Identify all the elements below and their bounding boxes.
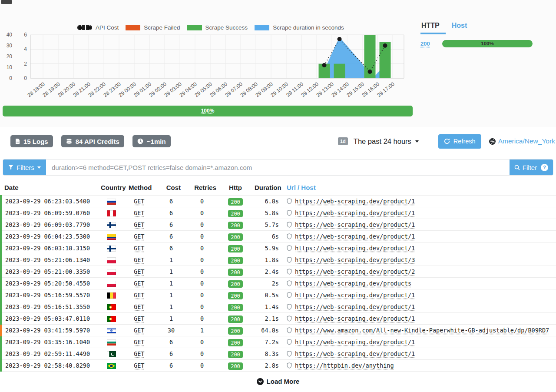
log-table-row[interactable]: 2023-09-29 03:41:59.5970 GET 30 1 200 64… <box>1 325 556 336</box>
log-http-cell: 200 <box>220 266 251 278</box>
log-table-row[interactable]: 2023-09-29 05:03:47.0110 GET 1 0 200 2.1… <box>1 313 556 325</box>
log-url-link[interactable]: https://web-scraping.dev/product/1 <box>295 339 415 345</box>
http-status-badge[interactable]: 200 <box>228 292 243 299</box>
log-table-row[interactable]: 2023-09-29 05:20:50.4550 GET 1 0 200 2s … <box>1 278 556 289</box>
log-date: 2023-09-29 05:03:47.0110 <box>1 313 97 325</box>
log-url-link[interactable]: https://web-scraping.dev/product/3 <box>295 256 415 263</box>
timezone-link[interactable]: America/New_York <box>498 137 555 145</box>
http-status-badge[interactable]: 200 <box>228 339 243 346</box>
http-status-badge[interactable]: 200 <box>228 362 243 370</box>
col-header-url-host[interactable]: Url / Host <box>283 181 556 196</box>
shield-icon <box>287 292 292 298</box>
country-cell <box>97 278 125 289</box>
log-table-row[interactable]: 2023-09-29 05:21:06.1340 GET 1 0 200 1.8… <box>1 254 556 266</box>
tab-host[interactable]: Host <box>446 22 472 34</box>
log-table-row[interactable]: 2023-09-29 03:35:16.1040 GET 6 0 200 7.2… <box>1 336 556 348</box>
http-status-badge[interactable]: 200 <box>228 351 243 358</box>
method-label[interactable]: GET <box>134 303 144 310</box>
log-url-link[interactable]: https://web-scraping.dev/product/1 <box>295 315 415 322</box>
method-label[interactable]: GET <box>134 209 144 216</box>
status-code-link[interactable]: 200 <box>420 40 442 47</box>
log-http-cell: 200 <box>220 278 251 289</box>
log-retries: 0 <box>184 207 220 219</box>
log-url-link[interactable]: https://web-scraping.dev/product/1 <box>295 245 415 252</box>
log-url-link[interactable]: https://httpbin.dev/anything <box>295 362 394 369</box>
country-flag-icon <box>107 221 116 228</box>
log-http-cell: 200 <box>220 207 251 219</box>
log-table-row[interactable]: 2023-09-29 02:58:40.8290 GET 6 0 200 2.8… <box>1 360 556 372</box>
http-status-badge[interactable]: 200 <box>228 304 243 311</box>
col-header-date: Date <box>1 181 97 196</box>
http-status-badge[interactable]: 200 <box>228 269 243 276</box>
log-url-link[interactable]: https://www.amazon.com/All-new-Kindle-Pa… <box>295 327 549 334</box>
filters-button-label: Filters <box>17 164 34 171</box>
log-retries: 0 <box>184 360 220 372</box>
log-url-cell: https://web-scraping.dev/product/3 <box>283 254 556 266</box>
filters-dropdown-button[interactable]: Filters <box>3 159 46 175</box>
http-status-badge[interactable]: 200 <box>228 280 243 288</box>
country-flag-icon <box>107 198 116 205</box>
http-status-badge[interactable]: 200 <box>228 210 243 217</box>
log-url-link[interactable]: https://web-scraping.dev/product/1 <box>295 292 415 299</box>
method-label[interactable]: GET <box>134 327 144 334</box>
http-status-badge[interactable]: 200 <box>228 245 243 252</box>
log-url-link[interactable]: https://web-scraping.dev/product/1 <box>295 221 415 228</box>
log-url-link[interactable]: https://web-scraping.dev/product/1 <box>295 303 415 310</box>
log-url-link[interactable]: https://web-scraping.dev/product/1 <box>295 233 415 240</box>
log-table-row[interactable]: 2023-09-29 06:23:03.5400 GET 6 0 200 6.8… <box>1 196 556 207</box>
method-label[interactable]: GET <box>134 280 144 287</box>
success-rate-label[interactable]: 100% <box>201 108 215 114</box>
side-panel-tabs: HTTP Host <box>420 22 551 34</box>
filter-help-icon[interactable]: ? <box>541 164 548 171</box>
tab-http[interactable]: HTTP <box>420 22 446 34</box>
filter-query-input[interactable] <box>46 159 510 175</box>
log-table-row[interactable]: 2023-09-29 06:03:18.3150 GET 6 0 200 5.9… <box>1 243 556 254</box>
log-table-row[interactable]: 2023-09-29 06:09:59.0760 GET 6 0 200 5.8… <box>1 207 556 219</box>
http-status-badge[interactable]: 200 <box>228 257 243 264</box>
log-table-row[interactable]: 2023-09-29 05:21:00.3350 GET 1 0 200 2.4… <box>1 266 556 278</box>
log-date: 2023-09-29 03:41:59.5970 <box>1 325 97 336</box>
log-url-link[interactable]: https://web-scraping.dev/product/2 <box>295 268 415 275</box>
method-label[interactable]: GET <box>134 292 144 299</box>
chevron-down-circle-icon <box>257 378 264 385</box>
method-label[interactable]: GET <box>134 362 144 369</box>
log-url-link[interactable]: https://web-scraping.dev/product/1 <box>295 198 415 205</box>
method-label[interactable]: GET <box>134 256 144 263</box>
shield-icon <box>287 257 292 263</box>
log-table-row[interactable]: 2023-09-29 05:16:59.5570 GET 1 0 200 0.5… <box>1 289 556 301</box>
scrape-duration-swatch-icon <box>255 25 269 30</box>
log-table-row[interactable]: 2023-09-29 05:16:51.3550 GET 1 0 200 1.4… <box>1 301 556 313</box>
method-label[interactable]: GET <box>134 198 144 205</box>
method-label[interactable]: GET <box>134 268 144 275</box>
method-label[interactable]: GET <box>134 221 144 228</box>
method-label[interactable]: GET <box>134 339 144 345</box>
log-url-link[interactable]: https://web-scraping.dev/product/1 <box>295 350 415 357</box>
http-status-badge[interactable]: 200 <box>228 222 243 229</box>
http-status-badge[interactable]: 200 <box>228 198 243 206</box>
method-label[interactable]: GET <box>134 350 144 357</box>
clock-icon <box>137 138 143 144</box>
log-retries: 0 <box>184 348 220 360</box>
log-table-row[interactable]: 2023-09-29 06:04:23.5300 GET 6 0 200 6s … <box>1 231 556 243</box>
log-url-link[interactable]: https://web-scraping.dev/products <box>295 280 411 287</box>
refresh-button[interactable]: Refresh <box>438 134 481 149</box>
log-url-link[interactable]: https://web-scraping.dev/product/1 <box>295 209 415 216</box>
log-url-cell: https://web-scraping.dev/product/1 <box>283 301 556 313</box>
http-status-badge[interactable]: 200 <box>228 316 243 323</box>
method-label[interactable]: GET <box>134 315 144 322</box>
refresh-label: Refresh <box>453 138 476 145</box>
apply-filter-button[interactable]: Filter <box>514 164 537 171</box>
shield-icon <box>287 351 292 357</box>
chevron-down-icon[interactable] <box>415 140 419 143</box>
http-status-badge[interactable]: 200 <box>228 327 243 335</box>
log-table-row[interactable]: 2023-09-29 06:09:03.7790 GET 6 0 200 5.7… <box>1 219 556 231</box>
log-table-row[interactable]: 2023-09-29 02:59:11.4490 GET 6 0 200 8.3… <box>1 348 556 360</box>
http-status-distribution-row: 200 100% <box>420 40 551 47</box>
time-range-dropdown[interactable]: The past 24 hours <box>354 137 411 146</box>
method-label[interactable]: GET <box>134 233 144 240</box>
load-more-button[interactable]: Load More <box>0 378 556 385</box>
shield-icon <box>287 269 292 275</box>
http-status-badge[interactable]: 200 <box>228 233 243 241</box>
shield-icon <box>287 362 292 369</box>
method-label[interactable]: GET <box>134 245 144 252</box>
